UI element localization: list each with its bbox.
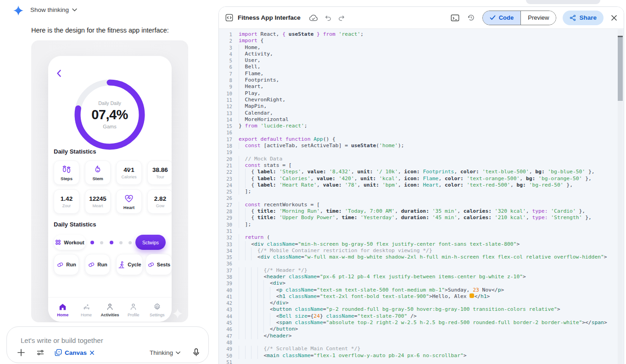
- nav-item-home-active: Home: [52, 303, 74, 317]
- nav-item-settings: Settings: [146, 303, 168, 317]
- section-title-1: Daily Statistics: [54, 148, 96, 155]
- stat-label: Zour: [62, 204, 71, 208]
- check-icon: [490, 15, 496, 20]
- stat-label: Stem: [92, 176, 103, 181]
- pill-label: Run: [97, 262, 107, 267]
- stat-value: 38.86: [152, 166, 168, 173]
- nav-item-home-2: Home: [75, 303, 97, 317]
- scrollbar-thumb[interactable]: [618, 36, 623, 101]
- capsule-icon: [147, 261, 155, 268]
- nav-label: Activities: [101, 313, 119, 317]
- stat-card-calories: 4ѷ1 Calories: [116, 160, 142, 185]
- cta-label: Sctwips: [142, 240, 159, 245]
- pill-cycle: Cycle: [116, 254, 143, 275]
- stat-value: 2.82: [154, 195, 166, 202]
- close-canvas-button[interactable]: [611, 15, 617, 21]
- mic-icon: [192, 348, 200, 357]
- show-thinking-label: Show thinking: [30, 6, 69, 13]
- canvas-chip[interactable]: Canvas: [55, 349, 95, 356]
- gear-icon: [153, 303, 162, 311]
- gemini-watermark-icon: [173, 309, 183, 319]
- stat-card-tour: 38.86 Tour: [147, 160, 172, 185]
- stat-label: Heart: [123, 205, 134, 210]
- footprints-icon: [61, 165, 72, 175]
- capsule-icon: [56, 261, 64, 268]
- mic-button[interactable]: [192, 348, 200, 357]
- code-canvas-icon: [225, 14, 233, 22]
- dot: [90, 241, 94, 244]
- phone-mockup: Daily Daily 07,4% Gams Daily Statistics …: [48, 56, 172, 322]
- home-icon: [58, 303, 67, 311]
- bottom-nav: Home Home Activities Profile: [48, 297, 172, 322]
- gemini-sparkle-icon: [13, 6, 23, 16]
- grid-icon: [55, 239, 61, 245]
- stat-card-meart: 12245 Meart: [85, 189, 111, 214]
- pill-run-2: Run: [85, 254, 110, 275]
- remove-canvas-icon[interactable]: [89, 350, 95, 355]
- pill-sests: Sests: [145, 254, 172, 275]
- redo-button[interactable]: [338, 14, 345, 22]
- stat-card-zour: 1.42 Zour: [54, 189, 79, 214]
- cloud-saved-icon[interactable]: [309, 14, 318, 21]
- dot: [110, 241, 113, 244]
- share-label: Share: [579, 14, 597, 21]
- person-icon: [106, 303, 114, 311]
- model-mode-selector[interactable]: Thinking: [150, 349, 180, 356]
- dot: [119, 241, 123, 244]
- pill-label: Run: [66, 262, 76, 267]
- person-icon: [129, 303, 138, 311]
- nav-item-profile: Profile: [123, 303, 145, 317]
- stat-label: Steps: [61, 176, 73, 181]
- tab-preview[interactable]: Preview: [521, 11, 556, 25]
- undo-button[interactable]: [324, 14, 332, 22]
- assistant-message: Here is the design for the fitness app i…: [31, 27, 169, 34]
- nav-label: Profile: [128, 313, 140, 317]
- share-button[interactable]: Share: [563, 11, 604, 25]
- stat-label: Calories: [121, 175, 136, 179]
- canvas-panel: Fitness App Interface: [218, 6, 624, 364]
- pill-label: Cycle: [128, 262, 141, 267]
- chat-input-box[interactable]: Let's write or build together Canvas Thi…: [6, 326, 209, 363]
- bench-icon: [82, 303, 91, 311]
- dot: [129, 241, 132, 244]
- pill-label: Sests: [157, 262, 170, 267]
- tab-code-label: Code: [499, 14, 514, 21]
- stat-value: 12245: [89, 195, 106, 202]
- canvas-title: Fitness App Interface: [238, 14, 301, 21]
- capsule-icon: [88, 261, 95, 268]
- tab-code[interactable]: Code: [483, 11, 521, 25]
- workout-chip: Workout: [54, 235, 86, 250]
- stat-label: Meart: [92, 204, 103, 208]
- stat-value: 4ѷ1: [123, 166, 134, 173]
- chat-input-placeholder: Let's write or build together: [21, 336, 103, 344]
- plus-icon: [17, 348, 25, 357]
- pill-run-1: Run: [54, 254, 79, 275]
- runner-icon: [117, 261, 125, 269]
- nav-item-activities: Activities: [99, 303, 121, 317]
- ring-value: 07,4%: [91, 107, 128, 122]
- dot: [100, 241, 103, 244]
- ring-center: Daily Daily 07,4% Gams: [71, 76, 149, 154]
- show-thinking-toggle[interactable]: Show thinking: [30, 6, 77, 13]
- canvas-chip-label: Canvas: [65, 349, 87, 356]
- stat-label: Gow: [156, 204, 165, 208]
- history-button[interactable]: [467, 14, 475, 22]
- canvas-icon: [55, 349, 62, 356]
- nav-label: Home: [81, 313, 92, 317]
- canvas-panel-header: Fitness App Interface: [219, 7, 624, 29]
- section-title-2: Daily Statistics: [54, 221, 96, 228]
- stat-card-heart: Heart: [116, 189, 142, 214]
- tools-button[interactable]: [36, 348, 45, 357]
- chat-input-toolbar: Canvas Thinking: [17, 348, 200, 357]
- flame-icon: [93, 165, 103, 175]
- console-button[interactable]: [451, 14, 459, 22]
- editor-scrollbar[interactable]: [618, 29, 623, 364]
- add-button[interactable]: [17, 348, 25, 357]
- tune-icon: [36, 348, 45, 357]
- back-chevron-icon: [55, 69, 64, 78]
- code-editor[interactable]: 1import React, { useState } from 'react'…: [219, 29, 624, 364]
- ring-bottom-label: Gams: [103, 124, 116, 129]
- nav-label: Home: [57, 313, 68, 317]
- model-mode-label: Thinking: [150, 349, 173, 356]
- stat-label: Tour: [156, 175, 164, 179]
